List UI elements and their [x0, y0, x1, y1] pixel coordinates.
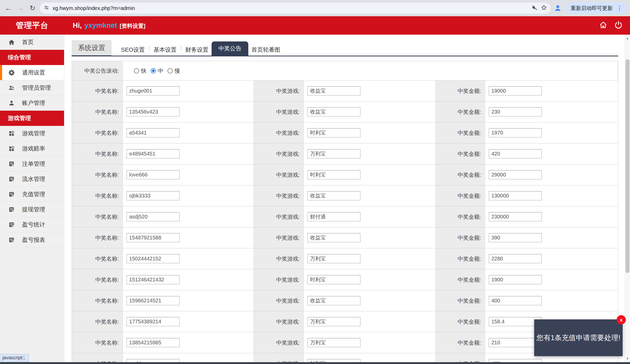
logout-power-icon[interactable] [614, 21, 623, 30]
scroll-speed-radio-快[interactable]: 快 [134, 67, 146, 74]
winner-game-input-13[interactable] [307, 338, 360, 347]
field-label: 中奖金额: [436, 185, 485, 206]
recharge-notification[interactable]: 您有1条充值申请需要处理! x [534, 319, 623, 356]
winner-amount-input-6[interactable] [489, 191, 542, 200]
chrome-update-button[interactable]: 重新启动即可更新 ⋮ [566, 3, 626, 14]
winner-name-input-13[interactable] [127, 338, 180, 347]
field-label: 中奖游戏: [254, 206, 304, 227]
winner-name-input-5[interactable] [127, 170, 180, 179]
sidebar-item-游戏赔率[interactable]: 游戏赔率 [0, 141, 64, 156]
forward-button[interactable]: → [16, 3, 25, 13]
field-cell [304, 227, 436, 248]
profile-avatar[interactable] [553, 3, 562, 13]
winner-game-input-7[interactable] [307, 212, 360, 221]
winner-amount-input-11[interactable] [489, 296, 542, 305]
field-label: 中奖游戏: [254, 311, 304, 332]
sidebar-item-盈亏报表[interactable]: 盈亏报表 [0, 232, 64, 248]
page-title: 系统设置 [72, 40, 112, 56]
sidebar-item-流水管理[interactable]: 流水管理 [0, 172, 64, 187]
url-text[interactable]: xg.hwym.shop/index.php?m=admin [52, 5, 528, 11]
reload-button[interactable]: ↻ [28, 3, 37, 13]
field-label: 中奖金额: [436, 269, 485, 290]
field-cell [485, 269, 618, 290]
sidebar-item-管理员管理[interactable]: 管理员管理 [0, 80, 64, 95]
tab-SEO设置[interactable]: SEO设置 [118, 44, 148, 56]
tab-财务设置[interactable]: 财务设置 [182, 44, 212, 56]
winner-game-input-9[interactable] [307, 254, 360, 263]
site-settings-icon[interactable] [44, 5, 49, 12]
winner-name-input-2[interactable] [127, 107, 180, 116]
winner-amount-input-5[interactable] [489, 170, 542, 179]
sidebar-item-通用设置[interactable]: 通用设置 [0, 65, 64, 80]
radio-icon[interactable] [134, 68, 139, 73]
sidebar-item-游戏管理[interactable]: 游戏管理 [0, 126, 64, 141]
field-label: 中奖名称: [72, 185, 123, 206]
winner-name-input-1[interactable] [127, 86, 180, 95]
sidebar-item-盈亏统计[interactable]: 盈亏统计 [0, 217, 64, 232]
tab-首页轮番图[interactable]: 首页轮番图 [248, 44, 284, 56]
winner-name-input-3[interactable] [127, 128, 180, 137]
winner-amount-input-3[interactable] [489, 128, 542, 137]
field-cell [123, 185, 254, 206]
grid-icon [8, 130, 15, 137]
winner-game-input-6[interactable] [307, 191, 360, 200]
home-icon [8, 39, 15, 46]
scroll-speed-radio-慢[interactable]: 慢 [167, 67, 180, 74]
field-cell [304, 164, 436, 185]
winner-game-input-10[interactable] [307, 275, 360, 284]
winner-name-input-12[interactable] [127, 317, 180, 326]
address-bar[interactable]: xg.hwym.shop/index.php?m=admin [40, 3, 551, 14]
home-icon[interactable] [599, 21, 607, 30]
winner-amount-input-2[interactable] [489, 107, 542, 116]
sidebar-item-首页[interactable]: 首页 [0, 35, 64, 50]
winner-amount-input-1[interactable] [489, 86, 542, 95]
sidebar-item-账户管理[interactable]: 账户管理 [0, 95, 64, 111]
winner-name-input-6[interactable] [127, 191, 180, 200]
winner-name-input-4[interactable] [127, 149, 180, 158]
tab-基本设置[interactable]: 基本设置 [150, 44, 180, 56]
sidebar-item-注单管理[interactable]: 注单管理 [0, 156, 64, 172]
back-button[interactable]: ← [4, 3, 13, 13]
field-label: 中奖名称: [72, 122, 123, 143]
winner-game-input-2[interactable] [307, 107, 360, 116]
winner-amount-input-9[interactable] [489, 254, 542, 263]
mute-icon[interactable] [531, 4, 538, 12]
winner-amount-input-12[interactable] [489, 317, 542, 326]
tab-中奖公告[interactable]: 中奖公告 [212, 41, 248, 56]
winner-name-input-9[interactable] [127, 254, 180, 263]
field-label: 中奖名称: [72, 101, 123, 122]
field-label: 中奖游戏: [254, 332, 304, 353]
field-cell [123, 248, 254, 269]
winner-name-input-8[interactable] [127, 233, 180, 242]
winner-game-input-8[interactable] [307, 233, 360, 242]
winner-game-input-4[interactable] [307, 149, 360, 158]
browser-menu-icon[interactable]: ⋮ [615, 5, 624, 11]
winner-name-input-7[interactable] [127, 212, 180, 221]
winner-name-input-11[interactable] [127, 296, 180, 305]
winner-amount-input-4[interactable] [489, 149, 542, 158]
winner-amount-input-10[interactable] [489, 275, 542, 284]
scroll-speed-radio-中[interactable]: 中 [151, 67, 163, 74]
close-icon[interactable]: x [617, 315, 626, 324]
winner-amount-input-13[interactable] [489, 338, 542, 347]
vertical-scrollbar[interactable]: ▲ ▼ [625, 35, 630, 364]
winner-game-input-12[interactable] [307, 317, 360, 326]
winner-game-input-1[interactable] [307, 86, 360, 95]
main-content: 系统设置 SEO设置|基本设置|财务设置中奖公告首页轮番图 中奖公告滚动:快中慢… [65, 35, 625, 364]
profile-settings-link[interactable]: [资料设置] [120, 22, 145, 30]
radio-icon[interactable] [167, 68, 173, 73]
winner-game-input-11[interactable] [307, 296, 360, 305]
scroll-up-icon[interactable]: ▲ [625, 36, 630, 41]
winner-game-input-5[interactable] [307, 170, 360, 179]
scroll-down-icon[interactable]: ▼ [625, 356, 630, 361]
bookmark-star-icon[interactable] [541, 4, 547, 12]
field-cell [304, 332, 436, 353]
scrollbar-thumb[interactable] [626, 59, 629, 273]
radio-icon[interactable] [151, 68, 156, 73]
winner-amount-input-8[interactable] [489, 233, 542, 242]
winner-game-input-3[interactable] [307, 128, 360, 137]
sidebar-item-提现管理[interactable]: 提现管理 [0, 202, 64, 217]
winner-amount-input-7[interactable] [489, 212, 542, 221]
winner-name-input-10[interactable] [127, 275, 180, 284]
sidebar-item-充值管理[interactable]: 充值管理 [0, 187, 64, 202]
